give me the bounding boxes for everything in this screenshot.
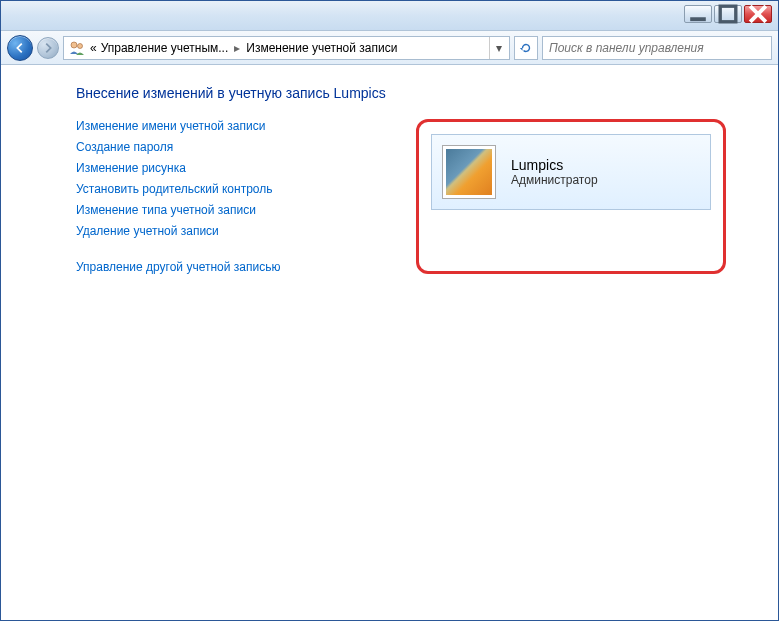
account-role: Администратор [511, 173, 598, 187]
highlight-frame: Lumpics Администратор [416, 119, 726, 274]
breadcrumb-prefix[interactable]: « [88, 41, 99, 55]
close-button[interactable] [744, 5, 772, 23]
account-picture-image [446, 149, 492, 195]
minimize-icon [685, 1, 711, 27]
forward-arrow-icon [41, 41, 55, 55]
account-tile[interactable]: Lumpics Администратор [431, 134, 711, 210]
explorer-window: « Управление учетным... ▸ Изменение учет… [0, 0, 779, 621]
window-controls [682, 5, 772, 23]
action-links: Изменение имени учетной записи Создание … [76, 119, 386, 274]
search-input[interactable] [542, 36, 772, 60]
link-rename-account[interactable]: Изменение имени учетной записи [76, 119, 386, 133]
link-delete-account[interactable]: Удаление учетной записи [76, 224, 386, 238]
back-arrow-icon [13, 41, 27, 55]
link-create-password[interactable]: Создание пароля [76, 140, 386, 154]
breadcrumb-separator-icon: ▸ [230, 41, 244, 55]
content-area: Внесение изменений в учетную запись Lump… [1, 65, 778, 620]
separator [76, 245, 386, 253]
account-name: Lumpics [511, 157, 598, 173]
account-info: Lumpics Администратор [511, 157, 598, 187]
minimize-button[interactable] [684, 5, 712, 23]
svg-point-5 [78, 43, 83, 48]
maximize-button[interactable] [714, 5, 742, 23]
link-manage-other-account[interactable]: Управление другой учетной записью [76, 260, 386, 274]
titlebar [1, 1, 778, 31]
link-parental-control[interactable]: Установить родительский контроль [76, 182, 386, 196]
forward-button[interactable] [37, 37, 59, 59]
link-change-picture[interactable]: Изменение рисунка [76, 161, 386, 175]
page-title: Внесение изменений в учетную запись Lump… [76, 85, 748, 101]
account-picture [442, 145, 496, 199]
user-accounts-icon [68, 39, 86, 57]
breadcrumb-seg-2[interactable]: Изменение учетной записи [244, 41, 399, 55]
link-change-account-type[interactable]: Изменение типа учетной записи [76, 203, 386, 217]
breadcrumb[interactable]: « Управление учетным... ▸ Изменение учет… [63, 36, 510, 60]
close-icon [745, 1, 771, 27]
svg-rect-1 [720, 6, 736, 22]
breadcrumb-dropdown-icon[interactable]: ▾ [489, 37, 507, 59]
breadcrumb-seg-1[interactable]: Управление учетным... [99, 41, 231, 55]
refresh-icon [519, 41, 533, 55]
navbar: « Управление учетным... ▸ Изменение учет… [1, 31, 778, 65]
layout: Изменение имени учетной записи Создание … [76, 119, 748, 274]
back-button[interactable] [7, 35, 33, 61]
svg-point-4 [71, 42, 77, 48]
maximize-icon [715, 1, 741, 27]
refresh-button[interactable] [514, 36, 538, 60]
